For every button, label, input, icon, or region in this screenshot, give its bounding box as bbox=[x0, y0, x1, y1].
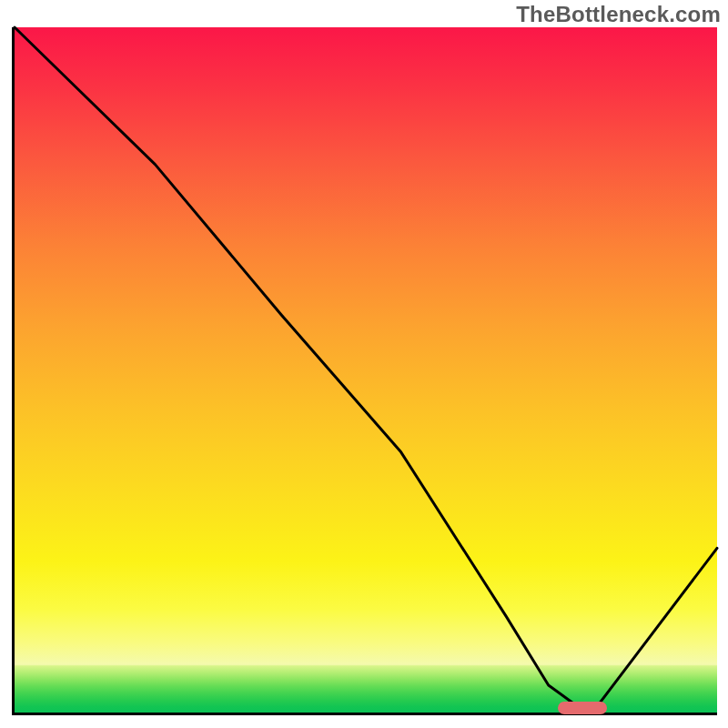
chart-container: TheBottleneck.com bbox=[0, 0, 728, 728]
plot-area bbox=[12, 27, 717, 715]
watermark-text: TheBottleneck.com bbox=[516, 2, 721, 27]
bottleneck-curve bbox=[15, 27, 717, 713]
optimum-marker bbox=[558, 702, 607, 714]
